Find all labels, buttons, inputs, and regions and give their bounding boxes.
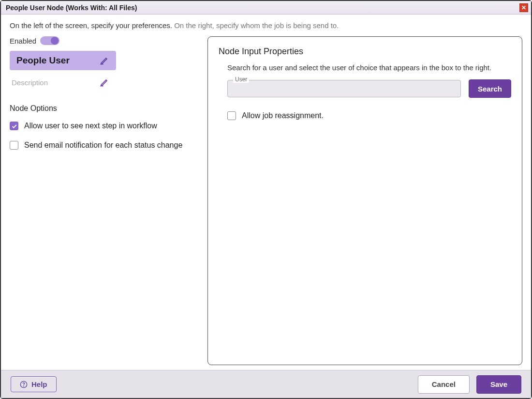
checkmark-icon bbox=[11, 123, 17, 129]
cancel-button[interactable]: Cancel bbox=[418, 375, 470, 394]
allow-reassignment-checkbox[interactable] bbox=[227, 111, 236, 120]
user-field-label: User bbox=[233, 76, 249, 83]
help-button[interactable]: Help bbox=[11, 376, 57, 392]
enabled-row: Enabled bbox=[10, 36, 201, 45]
email-notification-label: Send email notification for each status … bbox=[24, 141, 182, 150]
close-icon: ✕ bbox=[521, 5, 526, 11]
instruction-text: On the left of the screen, specify your … bbox=[10, 21, 522, 30]
node-options-title: Node Options bbox=[10, 104, 201, 113]
option-email-notify-row: Send email notification for each status … bbox=[10, 141, 201, 150]
description-placeholder: Description bbox=[12, 78, 48, 87]
allow-reassignment-label: Allow job reassignment. bbox=[242, 111, 324, 120]
node-name-text: People User bbox=[16, 55, 70, 66]
help-icon bbox=[20, 381, 28, 388]
enabled-label: Enabled bbox=[10, 37, 36, 45]
left-pane: Enabled People User Description bbox=[10, 36, 201, 365]
email-notification-checkbox[interactable] bbox=[10, 141, 18, 150]
window-title: People User Node (Works With: All Files) bbox=[6, 4, 137, 12]
titlebar: People User Node (Works With: All Files)… bbox=[1, 1, 531, 15]
close-button[interactable]: ✕ bbox=[519, 3, 528, 12]
people-user-node-dialog: People User Node (Works With: All Files)… bbox=[0, 0, 532, 399]
svg-point-1 bbox=[24, 385, 24, 386]
instruction-left: On the left of the screen, specify your … bbox=[10, 21, 174, 30]
node-name-field[interactable]: People User bbox=[10, 51, 116, 70]
allow-next-step-label: Allow user to see next step in workflow bbox=[24, 122, 157, 130]
option-allow-next-row: Allow user to see next step in workflow bbox=[10, 122, 201, 130]
dialog-footer: Help Cancel Save bbox=[1, 370, 531, 398]
search-button[interactable]: Search bbox=[469, 79, 511, 98]
instruction-right: On the right, specify whom the job is be… bbox=[174, 21, 339, 30]
user-search-row: User Search bbox=[227, 79, 511, 98]
edit-icon[interactable] bbox=[100, 77, 109, 87]
edit-icon[interactable] bbox=[100, 56, 109, 65]
node-input-properties-panel: Node Input Properties Search for a user … bbox=[207, 36, 522, 365]
dialog-body: Enabled People User Description bbox=[10, 36, 522, 365]
node-description-field[interactable]: Description bbox=[10, 75, 116, 90]
user-input[interactable] bbox=[227, 80, 461, 97]
panel-title: Node Input Properties bbox=[219, 46, 511, 57]
save-button[interactable]: Save bbox=[476, 375, 521, 394]
user-fieldset: User bbox=[227, 80, 461, 97]
help-label: Help bbox=[31, 380, 47, 388]
dialog-content: On the left of the screen, specify your … bbox=[1, 15, 531, 370]
allow-reassignment-row: Allow job reassignment. bbox=[227, 111, 511, 120]
allow-next-step-checkbox[interactable] bbox=[10, 122, 18, 130]
enabled-toggle[interactable] bbox=[40, 36, 59, 45]
panel-description: Search for a user and select the user of… bbox=[227, 63, 511, 72]
footer-actions: Cancel Save bbox=[418, 375, 521, 394]
